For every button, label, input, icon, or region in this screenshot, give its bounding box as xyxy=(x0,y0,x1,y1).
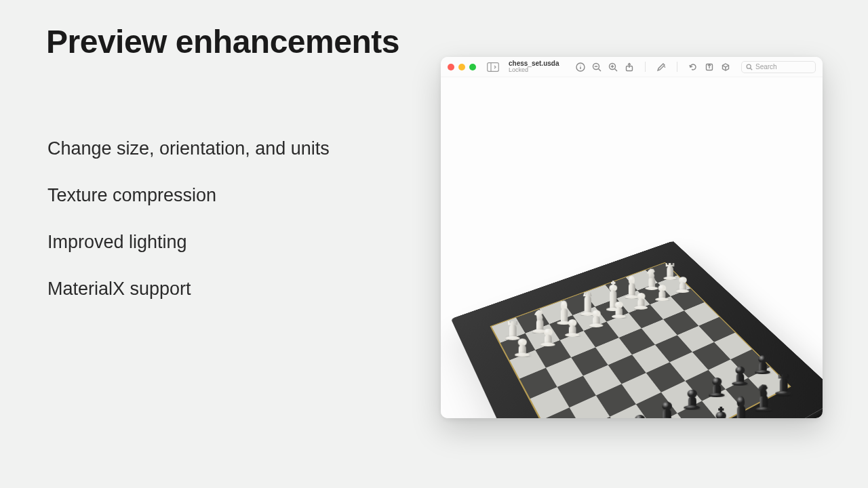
chess-piece xyxy=(668,282,688,296)
chess-piece xyxy=(534,333,554,349)
zoom-out-icon[interactable] xyxy=(592,62,601,72)
svg-point-4 xyxy=(580,64,580,65)
bullet-item: MaterialX support xyxy=(47,279,330,300)
file-meta: chess_set.usda Locked xyxy=(509,60,559,74)
bullet-list: Change size, orientation, and units Text… xyxy=(47,138,330,300)
bullet-item: Texture compression xyxy=(47,185,330,206)
chess-piece xyxy=(722,370,746,389)
export-icon[interactable] xyxy=(705,62,714,72)
chess-piece xyxy=(622,417,647,418)
chess-board xyxy=(450,241,823,418)
svg-point-17 xyxy=(747,64,751,68)
search-input[interactable]: Search xyxy=(741,61,816,73)
preview-window: chess_set.usda Locked xyxy=(441,57,823,418)
toolbar-separator xyxy=(645,62,646,72)
chess-piece xyxy=(648,289,667,303)
chess-piece xyxy=(508,342,528,359)
minimize-button[interactable] xyxy=(458,64,465,70)
sidebar-toggle-icon[interactable] xyxy=(486,62,500,73)
viewport-3d[interactable] xyxy=(441,77,823,418)
svg-rect-0 xyxy=(488,62,499,71)
zoom-in-icon[interactable] xyxy=(608,62,618,72)
chess-scene xyxy=(450,241,823,418)
svg-line-18 xyxy=(751,68,753,70)
edit-icon[interactable] xyxy=(656,62,666,72)
toolbar: Search xyxy=(576,61,816,73)
ar-icon[interactable] xyxy=(721,62,730,72)
chess-piece xyxy=(698,381,722,401)
svg-line-6 xyxy=(599,68,601,71)
zoom-button[interactable] xyxy=(469,64,476,70)
window-controls xyxy=(448,64,476,70)
slide-title: Preview enhancements xyxy=(46,23,399,60)
chess-piece xyxy=(635,277,656,293)
toolbar-separator xyxy=(677,62,677,72)
titlebar: chess_set.usda Locked xyxy=(441,57,823,77)
rotate-icon[interactable] xyxy=(688,62,698,72)
file-status: Locked xyxy=(509,67,559,73)
info-icon[interactable] xyxy=(576,62,585,72)
close-button[interactable] xyxy=(448,64,454,70)
chess-piece xyxy=(691,413,728,418)
share-icon[interactable] xyxy=(625,62,634,72)
bullet-item: Change size, orientation, and units xyxy=(47,138,330,159)
chess-pieces xyxy=(490,262,791,418)
chess-piece xyxy=(648,405,673,418)
bullet-item: Improved lighting xyxy=(47,232,330,253)
search-placeholder: Search xyxy=(755,63,777,70)
chess-piece xyxy=(673,392,698,413)
svg-line-9 xyxy=(615,68,618,71)
